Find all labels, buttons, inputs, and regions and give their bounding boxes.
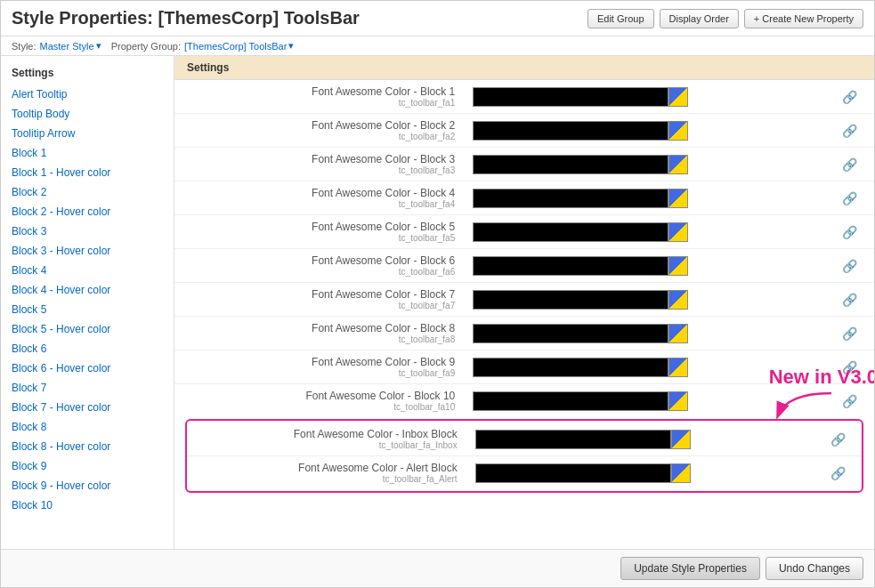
sidebar-item-2[interactable]: Toolitip Arrow: [1, 124, 174, 143]
color-text-input[interactable]: [473, 87, 668, 107]
edit-icon[interactable]: 🔗: [842, 124, 857, 138]
color-picker-button[interactable]: [668, 189, 688, 208]
color-text-input[interactable]: [473, 358, 668, 377]
sidebar: Settings Alert TooltipTooltip BodyToolit…: [1, 56, 174, 549]
edit-icon[interactable]: 🔗: [830, 432, 846, 447]
prop-name-3: Font Awesome Color - Block 4: [312, 187, 455, 199]
sidebar-item-1[interactable]: Tooltip Body: [1, 104, 174, 124]
prop-edit-icon-4[interactable]: 🔗: [826, 215, 874, 249]
edit-icon[interactable]: 🔗: [842, 360, 857, 375]
sidebar-item-8[interactable]: Block 3 - Hover color: [1, 241, 174, 261]
sidebar-item-0[interactable]: Alert Tooltip: [1, 85, 174, 104]
edit-group-button[interactable]: Edit Group: [587, 9, 654, 28]
prop-name-1: Font Awesome Color - Block 2: [312, 119, 455, 132]
prop-control-7: [464, 317, 826, 350]
prop-control-5: [464, 249, 826, 283]
prop-subname-4: tc_toolbar_fa5: [399, 233, 455, 243]
color-text-input[interactable]: [473, 290, 668, 310]
property-group-dropdown[interactable]: [ThemesCorp] ToolsBar▾: [184, 40, 294, 52]
color-picker-button[interactable]: [671, 463, 691, 483]
sidebar-item-21[interactable]: Block 10: [1, 495, 174, 515]
table-row: Font Awesome Color - Block 1tc_toolbar_f…: [174, 80, 874, 114]
color-picker-button[interactable]: [668, 358, 688, 377]
sidebar-item-4[interactable]: Block 1 - Hover color: [1, 163, 174, 182]
sidebar-item-7[interactable]: Block 3: [1, 222, 174, 241]
sidebar-item-17[interactable]: Block 8: [1, 417, 174, 437]
prop-edit-icon-7[interactable]: 🔗: [826, 317, 874, 350]
prop-subname-3: tc_toolbar_fa4: [399, 199, 455, 209]
hl-prop-control-0: [466, 423, 815, 456]
color-text-input[interactable]: [473, 222, 668, 242]
create-new-property-button[interactable]: + Create New Property: [744, 9, 863, 28]
edit-icon[interactable]: 🔗: [842, 90, 857, 104]
hl-prop-edit-icon-1[interactable]: 🔗: [815, 456, 862, 490]
color-picker-button[interactable]: [668, 87, 688, 107]
prop-name-4: Font Awesome Color - Block 5: [312, 221, 455, 233]
edit-icon[interactable]: 🔗: [842, 326, 857, 341]
color-picker-button[interactable]: [668, 155, 688, 174]
display-order-button[interactable]: Display Order: [660, 9, 739, 28]
prop-control-8: [464, 350, 826, 384]
edit-icon[interactable]: 🔗: [842, 225, 857, 239]
sidebar-item-14[interactable]: Block 6 - Hover color: [1, 358, 174, 378]
color-text-input[interactable]: [473, 121, 668, 141]
color-text-input[interactable]: [473, 189, 668, 208]
edit-icon[interactable]: 🔗: [830, 466, 846, 480]
sidebar-item-18[interactable]: Block 8 - Hover color: [1, 437, 174, 456]
color-picker-button[interactable]: [671, 430, 691, 449]
color-picker-button[interactable]: [668, 290, 688, 310]
prop-edit-icon-5[interactable]: 🔗: [826, 249, 874, 283]
table-row: Font Awesome Color - Block 9tc_toolbar_f…: [174, 350, 874, 384]
color-picker-button[interactable]: [668, 391, 688, 411]
prop-edit-icon-3[interactable]: 🔗: [826, 181, 874, 215]
edit-icon[interactable]: 🔗: [842, 157, 857, 172]
prop-edit-icon-0[interactable]: 🔗: [826, 80, 874, 114]
sidebar-item-9[interactable]: Block 4: [1, 261, 174, 280]
edit-icon[interactable]: 🔗: [842, 394, 857, 408]
sidebar-item-10[interactable]: Block 4 - Hover color: [1, 280, 174, 300]
table-row: Font Awesome Color - Block 3tc_toolbar_f…: [174, 148, 874, 181]
highlighted-table-row: Font Awesome Color - Inbox Blocktc_toolb…: [187, 423, 862, 456]
sidebar-item-19[interactable]: Block 9: [1, 456, 174, 476]
table-row: Font Awesome Color - Block 7tc_toolbar_f…: [174, 283, 874, 317]
color-picker-button[interactable]: [668, 324, 688, 343]
prop-name-6: Font Awesome Color - Block 7: [312, 288, 455, 301]
sidebar-item-5[interactable]: Block 2: [1, 182, 174, 202]
sidebar-item-3[interactable]: Block 1: [1, 143, 174, 163]
prop-edit-icon-1[interactable]: 🔗: [826, 114, 874, 148]
prop-edit-icon-8[interactable]: 🔗: [826, 350, 874, 384]
prop-control-2: [464, 148, 826, 181]
subheader: Style: Master Style▾ Property Group: [Th…: [1, 36, 874, 56]
properties-table: Font Awesome Color - Block 1tc_toolbar_f…: [174, 80, 874, 417]
edit-icon[interactable]: 🔗: [842, 259, 857, 273]
color-text-input[interactable]: [473, 391, 668, 411]
sidebar-item-16[interactable]: Block 7 - Hover color: [1, 398, 174, 417]
sidebar-item-11[interactable]: Block 5: [1, 300, 174, 319]
color-text-input[interactable]: [475, 463, 671, 483]
update-style-properties-button[interactable]: Update Style Properties: [620, 557, 760, 580]
edit-icon[interactable]: 🔗: [842, 191, 857, 205]
color-picker-button[interactable]: [668, 256, 688, 276]
prop-subname-1: tc_toolbar_fa2: [399, 132, 455, 141]
color-text-input[interactable]: [475, 430, 671, 449]
prop-edit-icon-6[interactable]: 🔗: [826, 283, 874, 317]
color-picker-button[interactable]: [668, 222, 688, 242]
prop-subname-8: tc_toolbar_fa9: [399, 368, 455, 378]
edit-icon[interactable]: 🔗: [842, 293, 857, 307]
color-text-input[interactable]: [473, 256, 668, 276]
prop-edit-icon-9[interactable]: 🔗: [826, 384, 874, 418]
prop-subname-5: tc_toolbar_fa6: [399, 267, 455, 277]
prop-edit-icon-2[interactable]: 🔗: [826, 148, 874, 181]
sidebar-item-6[interactable]: Block 2 - Hover color: [1, 202, 174, 222]
sidebar-item-12[interactable]: Block 5 - Hover color: [1, 319, 174, 339]
color-text-input[interactable]: [473, 324, 668, 343]
hl-prop-edit-icon-0[interactable]: 🔗: [815, 423, 862, 456]
style-dropdown[interactable]: Master Style▾: [40, 40, 101, 52]
undo-changes-button[interactable]: Undo Changes: [766, 557, 863, 580]
table-row: Font Awesome Color - Block 6tc_toolbar_f…: [174, 249, 874, 283]
color-text-input[interactable]: [473, 155, 668, 174]
sidebar-item-20[interactable]: Block 9 - Hover color: [1, 476, 174, 495]
color-picker-button[interactable]: [668, 121, 688, 141]
sidebar-item-15[interactable]: Block 7: [1, 378, 174, 398]
sidebar-item-13[interactable]: Block 6: [1, 339, 174, 358]
